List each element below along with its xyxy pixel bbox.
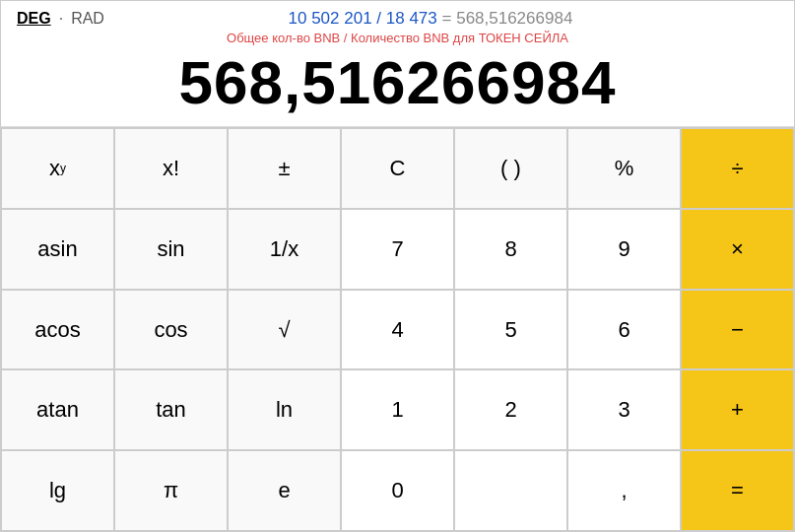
- eight-button[interactable]: 8: [454, 209, 567, 290]
- acos-button[interactable]: acos: [1, 290, 114, 370]
- pi-button[interactable]: π: [114, 450, 228, 531]
- mode-separator: ·: [59, 10, 63, 28]
- mode-rad-button[interactable]: RAD: [71, 10, 104, 28]
- divide-button[interactable]: ÷: [681, 128, 794, 209]
- six-button[interactable]: 6: [567, 290, 681, 370]
- ln-button[interactable]: ln: [228, 369, 341, 450]
- tan-button[interactable]: tan: [114, 369, 228, 450]
- main-display: 568,516266984: [17, 47, 778, 122]
- two-button[interactable]: 2: [454, 369, 567, 450]
- sin-button[interactable]: sin: [114, 209, 228, 290]
- multiply-button[interactable]: ×: [681, 209, 794, 290]
- buttons-grid: xyx!±C( )%÷asinsin1/x789×acoscos√456−ata…: [1, 127, 794, 531]
- empty-button[interactable]: [454, 450, 567, 531]
- one-button[interactable]: 1: [341, 369, 454, 450]
- e-button[interactable]: e: [228, 450, 341, 531]
- asin-button[interactable]: asin: [1, 209, 114, 290]
- xy-button[interactable]: xy: [1, 128, 114, 209]
- zero-button[interactable]: 0: [341, 450, 454, 531]
- comma-button[interactable]: ,: [567, 450, 681, 531]
- three-button[interactable]: 3: [567, 369, 681, 450]
- factorial-button[interactable]: x!: [114, 128, 228, 209]
- equals-button[interactable]: =: [681, 450, 794, 531]
- equals-sign: =: [442, 9, 457, 28]
- nine-button[interactable]: 9: [567, 209, 681, 290]
- display-header: DEG · RAD 10 502 201 / 18 473 = 568,5162…: [1, 1, 794, 127]
- lg-button[interactable]: lg: [1, 450, 114, 531]
- minus-button[interactable]: −: [681, 290, 794, 370]
- plus-button[interactable]: +: [681, 369, 794, 450]
- expression-result: 568,516266984: [456, 9, 572, 28]
- plusminus-button[interactable]: ±: [228, 128, 341, 209]
- mode-row: DEG · RAD 10 502 201 / 18 473 = 568,5162…: [17, 9, 778, 29]
- calculator: DEG · RAD 10 502 201 / 18 473 = 568,5162…: [0, 0, 795, 532]
- cos-button[interactable]: cos: [114, 290, 228, 370]
- reciprocal-button[interactable]: 1/x: [228, 209, 341, 290]
- mode-deg-button[interactable]: DEG: [17, 10, 51, 28]
- parens-button[interactable]: ( ): [454, 128, 567, 209]
- expression-display: 10 502 201 / 18 473 = 568,516266984: [289, 9, 573, 28]
- subtitle-text: Общее кол-во BNB / Количество BNB для ТО…: [17, 31, 778, 45]
- percent-button[interactable]: %: [567, 128, 681, 209]
- four-button[interactable]: 4: [341, 290, 454, 370]
- seven-button[interactable]: 7: [341, 209, 454, 290]
- clear-button[interactable]: C: [341, 128, 454, 209]
- expression-text: 10 502 201 / 18 473: [289, 9, 437, 28]
- atan-button[interactable]: atan: [1, 369, 114, 450]
- sqrt-button[interactable]: √: [228, 290, 341, 370]
- five-button[interactable]: 5: [454, 290, 567, 370]
